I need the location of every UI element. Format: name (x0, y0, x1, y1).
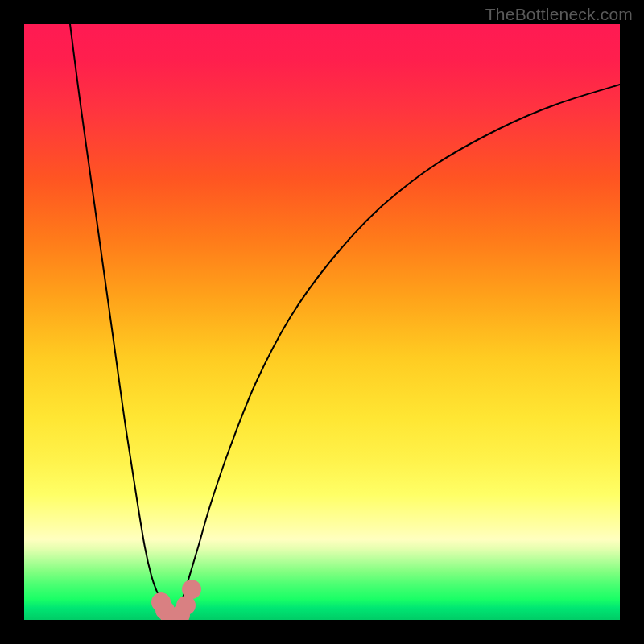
chart-svg (24, 24, 620, 620)
series-right-curve (174, 85, 620, 620)
chart-frame: TheBottleneck.com (0, 0, 644, 644)
series-left-curve (70, 24, 174, 620)
watermark-text: TheBottleneck.com (485, 5, 633, 24)
plot-area (24, 24, 620, 620)
marker-tip-markers (182, 580, 201, 599)
